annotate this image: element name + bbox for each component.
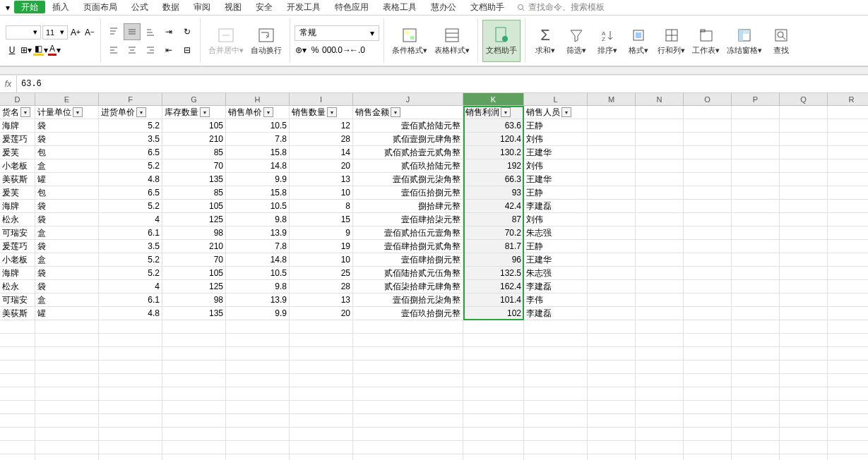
cell[interactable]: 6.5 [99,146,162,159]
cell[interactable]: 李建磊 [524,200,588,212]
decrease-decimal-icon[interactable]: ←.0 [351,44,364,56]
cell[interactable]: 42.4 [463,200,524,212]
empty-cell[interactable] [780,361,828,373]
empty-cell[interactable] [684,200,732,212]
empty-cell[interactable] [780,280,828,293]
empty-cell[interactable] [353,428,463,440]
cell[interactable]: 袋 [35,280,99,293]
empty-cell[interactable] [290,401,353,413]
cell[interactable]: 125 [162,280,226,293]
cell[interactable]: 13.9 [226,293,290,306]
empty-cell[interactable] [732,119,780,132]
cell[interactable]: 63.6 [463,119,524,132]
column-header[interactable]: H [226,93,290,105]
empty-row[interactable] [0,441,868,454]
cell[interactable]: 4 [99,280,162,293]
cell[interactable]: 13.9 [226,226,290,239]
empty-cell[interactable] [780,401,828,413]
column-header[interactable]: I [290,93,353,105]
filter-header-cell[interactable]: 销售金额▼ [353,106,463,119]
align-left-icon[interactable] [105,42,122,59]
table-row[interactable]: 海牌袋5.210510.512壹佰贰拾陆元整63.6王静 [0,119,868,133]
sum-button[interactable]: Σ 求和▾ [530,20,561,62]
empty-cell[interactable] [290,387,353,400]
filter-header-cell[interactable]: 计量单位▼ [35,106,99,119]
empty-cell[interactable] [684,428,732,440]
cell[interactable]: 刘伟 [524,133,588,145]
empty-cell[interactable] [828,307,868,320]
empty-cell[interactable] [99,401,162,413]
empty-cell[interactable] [226,414,290,427]
empty-cell[interactable] [524,428,588,440]
empty-cell[interactable] [524,387,588,400]
empty-cell[interactable] [226,374,290,387]
cell[interactable]: 袋 [35,133,99,145]
merge-center-button[interactable]: 合并居中▾ [205,20,247,62]
comma-icon[interactable]: 000 [323,44,335,56]
cell[interactable]: 10.5 [226,119,290,132]
empty-cell[interactable] [290,361,353,373]
orientation-icon[interactable]: ↻ [179,23,196,40]
empty-cell[interactable] [828,213,868,226]
empty-cell[interactable] [35,374,99,387]
empty-cell[interactable] [828,347,868,360]
empty-cell[interactable] [588,146,636,159]
cell[interactable]: 罐 [35,307,99,320]
empty-cell[interactable] [226,428,290,440]
empty-cell[interactable] [732,200,780,212]
empty-cell[interactable] [226,441,290,454]
border-icon[interactable]: ⊞▾ [20,44,32,56]
empty-cell[interactable] [588,200,636,212]
cell[interactable]: 15.8 [226,146,290,159]
empty-cell[interactable] [780,454,828,460]
cell[interactable]: 135 [162,173,226,186]
cell[interactable]: 5.2 [99,159,162,172]
empty-cell[interactable] [780,374,828,387]
cell[interactable]: 15 [290,213,353,226]
number-format-select[interactable]: 常规▾ [295,25,379,41]
cell[interactable]: 9.9 [226,173,290,186]
empty-cell[interactable] [463,414,524,427]
empty-cell[interactable] [35,320,99,333]
column-header[interactable]: E [35,93,99,105]
cell[interactable]: 19 [290,240,353,253]
empty-cell[interactable] [828,374,868,387]
empty-cell[interactable] [0,347,35,360]
cell[interactable]: 美荻斯 [0,307,35,320]
empty-cell[interactable] [780,320,828,333]
column-header[interactable]: D [0,93,35,105]
empty-cell[interactable] [162,320,226,333]
empty-cell[interactable] [353,441,463,454]
cell[interactable]: 101.4 [463,293,524,306]
table-row[interactable]: 爰莲巧袋3.52107.819壹佰肆拾捌元贰角整81.7王静 [0,240,868,253]
filter-dropdown-icon[interactable]: ▼ [200,107,210,117]
cell[interactable]: 3.5 [99,133,162,145]
cell[interactable]: 壹佰肆拾柒元整 [353,213,463,226]
empty-cell[interactable] [162,374,226,387]
empty-cell[interactable] [684,173,732,186]
empty-cell[interactable] [162,414,226,427]
filter-header-cell[interactable]: 销售数量▼ [290,106,353,119]
cell[interactable]: 162.4 [463,280,524,293]
empty-cell[interactable] [684,441,732,454]
empty-row[interactable] [0,454,868,460]
empty-cell[interactable] [35,454,99,460]
empty-cell[interactable] [636,414,684,427]
empty-cell[interactable] [588,173,636,186]
cell[interactable]: 96 [463,253,524,266]
empty-cell[interactable] [780,267,828,279]
cell[interactable]: 10.5 [226,200,290,212]
cell[interactable]: 王静 [524,240,588,253]
column-header[interactable]: O [684,93,732,105]
empty-row[interactable] [0,361,868,374]
empty-cell[interactable] [780,213,828,226]
cell[interactable]: 袋 [35,240,99,253]
cell[interactable]: 盒 [35,293,99,306]
cell[interactable]: 9.8 [226,213,290,226]
empty-cell[interactable] [463,320,524,333]
empty-cell[interactable] [636,240,684,253]
empty-cell[interactable] [732,428,780,440]
empty-cell[interactable] [588,106,636,119]
empty-cell[interactable] [828,226,868,239]
empty-cell[interactable] [636,200,684,212]
